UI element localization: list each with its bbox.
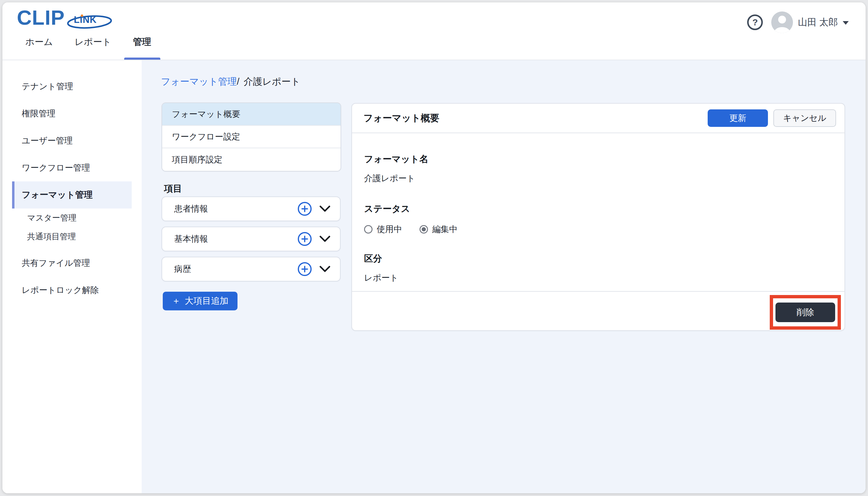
panel-footer: 削除 [352,291,844,330]
item-card-label: 基本情報 [174,233,298,245]
sidebar-item-shared-file-management[interactable]: 共有ファイル管理 [2,249,142,277]
nav-tab-admin[interactable]: 管理 [133,36,151,60]
radio-checked-icon[interactable] [420,225,428,234]
status-label: ステータス [364,203,844,215]
item-card-label: 病歴 [174,263,298,275]
chevron-down-icon[interactable] [320,266,330,273]
clip-link-logo: CLIP LiNK [17,7,117,28]
sidebar-item-format-management[interactable]: フォーマット管理 [12,182,132,208]
admin-sidebar: テナント管理 権限管理 ユーザー管理 ワークフロー管理 フォーマット管理 マスタ… [2,60,142,493]
panel-header: フォーマット概要 更新 キャンセル [352,104,844,133]
breadcrumb-separator: / [237,76,239,87]
radio-option-editing[interactable]: 編集中 [420,223,458,235]
add-major-item-button[interactable]: ＋ 大項目追加 [163,292,237,310]
delete-highlight-box: 削除 [770,295,841,330]
sidebar-item-label: マスター管理 [27,213,77,223]
tab-item-order-settings[interactable]: 項目順序設定 [162,148,341,171]
delete-button[interactable]: 削除 [775,303,835,322]
add-sub-item-icon[interactable] [298,232,312,246]
logo-text-link-wrap: LiNK [65,11,117,30]
chevron-down-icon [843,21,849,25]
category-value: レポート [364,272,844,283]
radio-label: 編集中 [432,223,458,235]
format-name-label: フォーマット名 [364,153,844,166]
add-sub-item-icon[interactable] [298,202,312,216]
header-right-cluster: ? 山田 太郎 [747,7,849,37]
sidebar-item-permission-management[interactable]: 権限管理 [2,100,142,127]
sidebar-item-label: ワークフロー管理 [22,162,90,174]
user-name: 山田 太郎 [798,16,838,29]
format-overview-panel: フォーマット概要 更新 キャンセル フォーマット名 介護レポート ステータス 使… [352,103,845,331]
app-window: CLIP LiNK ホーム レポート 管理 ? 山田 太郎 [2,2,866,493]
breadcrumb-link-format-management[interactable]: フォーマット管理 [161,75,237,88]
chevron-down-icon[interactable] [320,205,330,212]
add-sub-item-icon[interactable] [298,262,312,276]
radio-label: 使用中 [377,223,402,235]
sidebar-item-label: ユーザー管理 [22,135,73,146]
radio-icon[interactable] [364,225,373,234]
category-label: 区分 [364,252,844,265]
item-card-medical-history[interactable]: 病歴 [161,257,341,281]
sidebar-list: テナント管理 権限管理 ユーザー管理 ワークフロー管理 フォーマット管理 マスタ… [2,73,142,304]
logo-text-link: LiNK [74,14,97,25]
panel-title: フォーマット概要 [363,112,708,124]
avatar [771,12,793,33]
main-nav: ホーム レポート 管理 [25,36,151,60]
content-area: フォーマット管理 / 介護レポート フォーマット概要 ワークフロー設定 項目順序… [142,60,866,493]
tab-workflow-settings[interactable]: ワークフロー設定 [162,126,341,148]
item-card-basic-info[interactable]: 基本情報 [161,227,341,251]
panel-body: フォーマット名 介護レポート ステータス 使用中 編集中 区分 [352,153,844,283]
nav-tab-report[interactable]: レポート [75,36,111,60]
sidebar-item-label: フォーマット管理 [22,189,93,201]
app-header: CLIP LiNK ホーム レポート 管理 ? 山田 太郎 [2,2,866,60]
sidebar-item-common-item-management[interactable]: 共通項目管理 [2,227,142,246]
tab-format-overview[interactable]: フォーマット概要 [162,103,341,126]
sidebar-item-workflow-management[interactable]: ワークフロー管理 [2,154,142,182]
format-name-value: 介護レポート [364,173,844,184]
plus-icon: ＋ [172,295,181,307]
sidebar-item-tenant-management[interactable]: テナント管理 [2,73,142,100]
help-icon[interactable]: ? [747,14,763,30]
sidebar-item-label: 共通項目管理 [27,231,76,242]
add-major-item-label: 大項目追加 [185,295,229,307]
sidebar-item-user-management[interactable]: ユーザー管理 [2,127,142,154]
item-card-label: 患者情報 [174,203,298,215]
breadcrumb: フォーマット管理 / 介護レポート [161,75,300,88]
radio-option-in-use[interactable]: 使用中 [364,223,402,235]
item-card-list: 患者情報 基本情報 病歴 [161,197,341,281]
sidebar-item-label: 権限管理 [22,108,56,119]
sidebar-item-master-management[interactable]: マスター管理 [2,208,142,227]
main-area: テナント管理 権限管理 ユーザー管理 ワークフロー管理 フォーマット管理 マスタ… [2,60,866,493]
status-radio-group: 使用中 編集中 [364,223,844,235]
logo-i-dot [81,14,83,17]
update-button[interactable]: 更新 [708,109,768,127]
sidebar-item-label: レポートロック解除 [22,284,99,296]
format-section-tabs: フォーマット概要 ワークフロー設定 項目順序設定 [161,103,341,171]
sidebar-item-label: テナント管理 [22,81,73,92]
sidebar-item-report-lock-release[interactable]: レポートロック解除 [2,277,142,304]
logo-text-clip: CLIP [17,7,65,28]
user-menu[interactable]: 山田 太郎 [771,12,849,33]
nav-tab-home[interactable]: ホーム [25,36,53,60]
item-card-patient-info[interactable]: 患者情報 [161,197,341,221]
items-heading: 項目 [164,183,182,195]
breadcrumb-current: 介護レポート [244,75,300,88]
sidebar-item-label: 共有ファイル管理 [22,257,90,269]
cancel-button[interactable]: キャンセル [773,109,836,127]
chevron-down-icon[interactable] [320,236,330,242]
